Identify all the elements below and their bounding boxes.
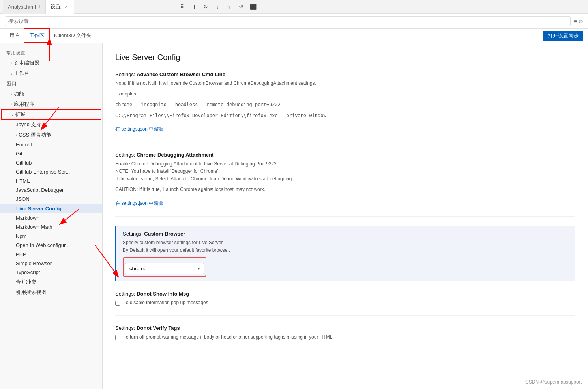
setting-name-custom-browser: Settings: Custom Browser: [123, 231, 569, 237]
setting-name-chrome-debug: Settings: Chrome Debugging Attachment: [115, 152, 575, 158]
sidebar-item-php[interactable]: PHP: [0, 250, 102, 259]
settings-tabs: 用户 工作区 iClient3D 文件夹 打开设置同步: [0, 29, 588, 43]
pause-btn[interactable]: ⏸: [189, 2, 199, 12]
setting-donot-show-info: Settings: Donot Show Info Msg To disable…: [115, 291, 575, 316]
open-settings-sync-button[interactable]: 打开设置同步: [543, 31, 583, 41]
sidebar: 常用设置 › 文本编辑器 › 工作台 窗口 › 功能 › 应用程序 ∨ 扩展 .…: [0, 43, 103, 389]
close-icon[interactable]: ✕: [63, 4, 69, 10]
checkbox-label-donot-show: To disable information pop up messages.: [124, 300, 210, 305]
sidebar-item-markdown[interactable]: Markdown: [0, 213, 102, 223]
sidebar-item-open-in-web[interactable]: Open In Web configur...: [0, 241, 102, 250]
tab-analyst[interactable]: Analyst.html 1: [3, 0, 46, 14]
chevron-right-icon: ›: [16, 133, 17, 137]
edit-link-chrome-debug[interactable]: 在 settings.json 中编辑: [115, 200, 163, 207]
step-over-btn[interactable]: ↓: [212, 2, 223, 12]
chevron-right-icon: ›: [11, 61, 12, 65]
browser-dropdown-wrapper: null chrome firefox safari microsoft-edg…: [125, 263, 204, 274]
sidebar-item-css[interactable]: › CSS 语言功能: [0, 130, 102, 140]
setting-desc-custom-browser: Specify custom browser settings for Live…: [123, 239, 569, 254]
reload-btn[interactable]: ↺: [236, 2, 246, 12]
chevron-down-icon: ∨: [11, 112, 14, 117]
setting-caution-chrome: CAUTION: If it is true, 'Launch Chrome a…: [115, 186, 575, 193]
sidebar-item-json[interactable]: JSON: [0, 195, 102, 204]
sidebar-item-markdown-math[interactable]: Markdown Math: [0, 223, 102, 232]
tab-settings-label: 设置: [51, 3, 61, 10]
sidebar-item-github-enterprise[interactable]: GitHub Enterprise Ser...: [0, 167, 102, 176]
sidebar-item-window[interactable]: 窗口: [0, 79, 102, 89]
setting-name-verify-tags: Settings: Donot Verify Tags: [115, 325, 575, 331]
checkbox-verify-tags[interactable]: [115, 335, 120, 340]
setting-desc-chrome-debug: Enable Chrome Debugging Attachment to Li…: [115, 160, 575, 183]
sidebar-item-text-editor[interactable]: › 文本编辑器: [0, 58, 102, 68]
sidebar-item-npm[interactable]: Npm: [0, 232, 102, 241]
checkbox-donot-show[interactable]: [115, 301, 120, 306]
sidebar-item-typescript[interactable]: TypeScript: [0, 268, 102, 277]
tab-label: Analyst.html: [8, 4, 36, 10]
sidebar-item-html[interactable]: HTML: [0, 176, 102, 185]
setting-donot-verify-tags: Settings: Donot Verify Tags To turn off …: [115, 325, 575, 350]
sidebar-item-js-debugger[interactable]: JavaScript Debugger: [0, 185, 102, 195]
setting-custom-browser: Settings: Custom Browser Specify custom …: [115, 226, 575, 281]
search-input[interactable]: [5, 16, 571, 26]
sidebar-item-application[interactable]: › 应用程序: [0, 99, 102, 109]
watermark: CSDN @supermapsupport: [525, 379, 582, 385]
stop-btn[interactable]: ⬛: [248, 2, 258, 12]
tab-user[interactable]: 用户: [5, 29, 24, 43]
checkbox-row-donot-show: To disable information pop up messages.: [115, 300, 575, 306]
setting-name-advance-cmd: Settings: Advance Custom Browser Cmd Lin…: [115, 71, 575, 77]
setting-desc-advance-cmd: Note: If it is not Null, It will overrid…: [115, 80, 575, 87]
restart-btn[interactable]: ↻: [200, 2, 211, 12]
search-icons: ≡ ⊘: [574, 18, 583, 24]
step-up-btn[interactable]: ↑: [224, 2, 234, 12]
tab-settings[interactable]: 设置 ✕: [46, 0, 74, 14]
sidebar-item-merge-conflict[interactable]: 合并冲突: [0, 277, 102, 287]
page-title: Live Server Config: [115, 53, 575, 62]
browser-dropdown[interactable]: null chrome firefox safari microsoft-edg…: [125, 263, 204, 274]
sidebar-item-ref-search[interactable]: 引用搜索视图: [0, 287, 102, 297]
setting-example-2: C:\\Program Files\\Firefox Developer Edi…: [115, 112, 575, 120]
checkbox-row-verify-tags: To turn off prompt warning message if bo…: [115, 334, 575, 340]
sidebar-item-github[interactable]: GitHub: [0, 158, 102, 167]
debug-toolbar: ⠿ ⏸ ↻ ↓ ↑ ↺ ⬛: [174, 0, 261, 14]
chevron-right-icon: ›: [11, 92, 12, 96]
sidebar-item-emmet[interactable]: Emmet: [0, 140, 102, 149]
checkbox-label-verify-tags: To turn off prompt warning message if bo…: [124, 334, 334, 340]
setting-name-donot-show: Settings: Donot Show Info Msg: [115, 291, 575, 297]
setting-chrome-debug: Settings: Chrome Debugging Attachment En…: [115, 152, 575, 217]
browser-dropdown-outline: null chrome firefox safari microsoft-edg…: [123, 257, 206, 277]
sidebar-item-feature[interactable]: › 功能: [0, 89, 102, 99]
chevron-right-icon: ›: [11, 71, 12, 76]
sidebar-item-workbench[interactable]: › 工作台: [0, 68, 102, 79]
content-area: Live Server Config Settings: Advance Cus…: [103, 43, 588, 389]
filter-icon[interactable]: ≡: [574, 18, 577, 24]
tab-badge: 1: [38, 4, 41, 9]
setting-example-1: chrome --incognito --headless --remote-d…: [115, 101, 575, 109]
search-bar: ≡ ⊘: [0, 14, 588, 29]
sidebar-item-common-settings[interactable]: 常用设置: [0, 47, 102, 58]
clear-icon[interactable]: ⊘: [579, 18, 583, 24]
edit-link-advance-cmd[interactable]: 在 settings.json 中编辑: [115, 126, 163, 133]
sidebar-item-simple-browser[interactable]: Simple Browser: [0, 259, 102, 268]
sidebar-item-extensions[interactable]: ∨ 扩展: [0, 109, 102, 120]
sidebar-item-ipynb[interactable]: .ipynb 支持: [0, 120, 102, 130]
drag-handle[interactable]: ⠿: [177, 2, 187, 12]
setting-examples-label: Examples :: [115, 90, 575, 98]
main-layout: 常用设置 › 文本编辑器 › 工作台 窗口 › 功能 › 应用程序 ∨ 扩展 .…: [0, 43, 588, 389]
setting-advance-cmd: Settings: Advance Custom Browser Cmd Lin…: [115, 71, 575, 142]
sidebar-item-git[interactable]: Git: [0, 149, 102, 158]
tab-iclient3d[interactable]: iClient3D 文件夹: [49, 29, 96, 43]
sidebar-item-live-server-config[interactable]: Live Server Config: [0, 204, 102, 213]
tab-workspace[interactable]: 工作区: [24, 29, 49, 43]
chevron-right-icon: ›: [11, 102, 12, 107]
